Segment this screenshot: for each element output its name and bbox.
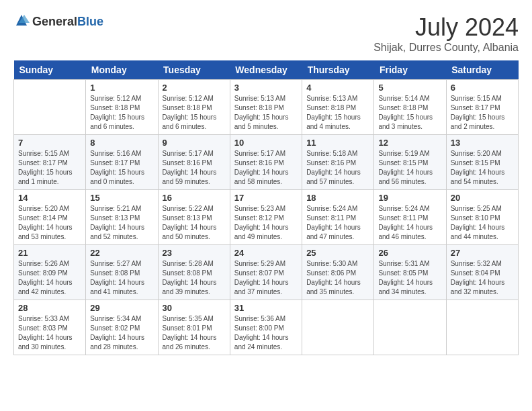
day-number: 28 (18, 303, 81, 313)
calendar-cell: 3Sunrise: 5:13 AM Sunset: 8:18 PM Daylig… (230, 80, 302, 135)
day-info: Sunrise: 5:13 AM Sunset: 8:18 PM Dayligh… (306, 94, 369, 132)
calendar-week-1: 1Sunrise: 5:12 AM Sunset: 8:18 PM Daylig… (14, 80, 519, 135)
day-info: Sunrise: 5:32 AM Sunset: 8:04 PM Dayligh… (451, 259, 514, 297)
day-info: Sunrise: 5:28 AM Sunset: 8:08 PM Dayligh… (163, 259, 226, 297)
calendar-cell: 28Sunrise: 5:33 AM Sunset: 8:03 PM Dayli… (14, 300, 86, 355)
day-number: 27 (451, 248, 514, 258)
column-header-monday: Monday (86, 60, 158, 80)
day-info: Sunrise: 5:20 AM Sunset: 8:15 PM Dayligh… (451, 149, 514, 187)
day-info: Sunrise: 5:13 AM Sunset: 8:18 PM Dayligh… (234, 94, 298, 132)
day-info: Sunrise: 5:29 AM Sunset: 8:07 PM Dayligh… (234, 259, 298, 297)
day-number: 19 (378, 193, 441, 203)
calendar-cell: 23Sunrise: 5:28 AM Sunset: 8:08 PM Dayli… (158, 245, 230, 300)
calendar-cell: 27Sunrise: 5:32 AM Sunset: 8:04 PM Dayli… (446, 245, 518, 300)
calendar-cell: 17Sunrise: 5:23 AM Sunset: 8:12 PM Dayli… (230, 190, 302, 245)
day-number: 6 (451, 83, 514, 93)
day-info: Sunrise: 5:14 AM Sunset: 8:18 PM Dayligh… (378, 94, 441, 132)
day-number: 14 (18, 193, 81, 203)
day-number: 26 (378, 248, 441, 258)
day-info: Sunrise: 5:15 AM Sunset: 8:17 PM Dayligh… (451, 94, 514, 132)
calendar-cell: 11Sunrise: 5:18 AM Sunset: 8:16 PM Dayli… (302, 135, 374, 190)
logo-text-general: General (32, 15, 77, 28)
calendar-cell: 8Sunrise: 5:16 AM Sunset: 8:17 PM Daylig… (86, 135, 158, 190)
day-number: 29 (90, 303, 153, 313)
day-number: 12 (378, 138, 441, 148)
calendar-cell: 9Sunrise: 5:17 AM Sunset: 8:16 PM Daylig… (158, 135, 230, 190)
subtitle: Shijak, Durres County, Albania (373, 42, 519, 54)
calendar-cell: 24Sunrise: 5:29 AM Sunset: 8:07 PM Dayli… (230, 245, 302, 300)
page-header: GeneralBlue July 2024 Shijak, Durres Cou… (13, 13, 519, 54)
day-number: 11 (306, 138, 369, 148)
day-number: 1 (90, 83, 153, 93)
day-number: 9 (163, 138, 226, 148)
calendar-cell: 19Sunrise: 5:24 AM Sunset: 8:11 PM Dayli… (374, 190, 446, 245)
calendar-cell: 13Sunrise: 5:20 AM Sunset: 8:15 PM Dayli… (446, 135, 518, 190)
calendar-week-5: 28Sunrise: 5:33 AM Sunset: 8:03 PM Dayli… (14, 300, 519, 355)
main-title: July 2024 (373, 13, 519, 42)
day-number: 23 (163, 248, 226, 258)
calendar-week-4: 21Sunrise: 5:26 AM Sunset: 8:09 PM Dayli… (14, 245, 519, 300)
column-header-wednesday: Wednesday (230, 60, 302, 80)
logo-icon (13, 13, 30, 30)
day-number: 31 (234, 303, 298, 313)
day-info: Sunrise: 5:12 AM Sunset: 8:18 PM Dayligh… (163, 94, 226, 132)
day-info: Sunrise: 5:26 AM Sunset: 8:09 PM Dayligh… (18, 259, 81, 297)
day-info: Sunrise: 5:22 AM Sunset: 8:13 PM Dayligh… (163, 204, 226, 242)
day-number: 21 (18, 248, 81, 258)
calendar-cell: 15Sunrise: 5:21 AM Sunset: 8:13 PM Dayli… (86, 190, 158, 245)
calendar-cell: 2Sunrise: 5:12 AM Sunset: 8:18 PM Daylig… (158, 80, 230, 135)
day-number: 18 (306, 193, 369, 203)
day-number: 30 (163, 303, 226, 313)
day-info: Sunrise: 5:17 AM Sunset: 8:16 PM Dayligh… (163, 149, 226, 187)
title-block: July 2024 Shijak, Durres County, Albania (373, 13, 519, 54)
day-number: 10 (234, 138, 298, 148)
calendar-cell: 7Sunrise: 5:15 AM Sunset: 8:17 PM Daylig… (14, 135, 86, 190)
calendar-header-row: SundayMondayTuesdayWednesdayThursdayFrid… (14, 60, 519, 80)
day-info: Sunrise: 5:18 AM Sunset: 8:16 PM Dayligh… (306, 149, 369, 187)
calendar-cell: 21Sunrise: 5:26 AM Sunset: 8:09 PM Dayli… (14, 245, 86, 300)
calendar-cell: 26Sunrise: 5:31 AM Sunset: 8:05 PM Dayli… (374, 245, 446, 300)
column-header-saturday: Saturday (446, 60, 518, 80)
calendar-week-3: 14Sunrise: 5:20 AM Sunset: 8:14 PM Dayli… (14, 190, 519, 245)
calendar-cell: 1Sunrise: 5:12 AM Sunset: 8:18 PM Daylig… (86, 80, 158, 135)
logo-text-blue: Blue (77, 15, 103, 28)
day-info: Sunrise: 5:33 AM Sunset: 8:03 PM Dayligh… (18, 314, 81, 352)
day-number: 15 (90, 193, 153, 203)
calendar-cell: 14Sunrise: 5:20 AM Sunset: 8:14 PM Dayli… (14, 190, 86, 245)
day-number: 3 (234, 83, 298, 93)
day-number: 25 (306, 248, 369, 258)
calendar-cell: 31Sunrise: 5:36 AM Sunset: 8:00 PM Dayli… (230, 300, 302, 355)
column-header-sunday: Sunday (14, 60, 86, 80)
calendar-cell: 29Sunrise: 5:34 AM Sunset: 8:02 PM Dayli… (86, 300, 158, 355)
column-header-thursday: Thursday (302, 60, 374, 80)
day-info: Sunrise: 5:36 AM Sunset: 8:00 PM Dayligh… (234, 314, 298, 352)
calendar-cell (446, 300, 518, 355)
day-info: Sunrise: 5:20 AM Sunset: 8:14 PM Dayligh… (18, 204, 81, 242)
day-info: Sunrise: 5:21 AM Sunset: 8:13 PM Dayligh… (90, 204, 153, 242)
calendar-cell (374, 300, 446, 355)
calendar-table: SundayMondayTuesdayWednesdayThursdayFrid… (13, 60, 519, 355)
calendar-cell: 6Sunrise: 5:15 AM Sunset: 8:17 PM Daylig… (446, 80, 518, 135)
calendar-cell: 18Sunrise: 5:24 AM Sunset: 8:11 PM Dayli… (302, 190, 374, 245)
day-number: 24 (234, 248, 298, 258)
column-header-tuesday: Tuesday (158, 60, 230, 80)
day-number: 13 (451, 138, 514, 148)
day-info: Sunrise: 5:23 AM Sunset: 8:12 PM Dayligh… (234, 204, 298, 242)
calendar-week-2: 7Sunrise: 5:15 AM Sunset: 8:17 PM Daylig… (14, 135, 519, 190)
day-number: 17 (234, 193, 298, 203)
day-number: 8 (90, 138, 153, 148)
day-info: Sunrise: 5:24 AM Sunset: 8:11 PM Dayligh… (378, 204, 441, 242)
day-number: 20 (451, 193, 514, 203)
day-info: Sunrise: 5:30 AM Sunset: 8:06 PM Dayligh… (306, 259, 369, 297)
day-info: Sunrise: 5:34 AM Sunset: 8:02 PM Dayligh… (90, 314, 153, 352)
calendar-cell (302, 300, 374, 355)
logo: GeneralBlue (13, 13, 103, 30)
day-number: 7 (18, 138, 81, 148)
calendar-cell: 20Sunrise: 5:25 AM Sunset: 8:10 PM Dayli… (446, 190, 518, 245)
day-info: Sunrise: 5:24 AM Sunset: 8:11 PM Dayligh… (306, 204, 369, 242)
day-number: 22 (90, 248, 153, 258)
column-header-friday: Friday (374, 60, 446, 80)
day-info: Sunrise: 5:16 AM Sunset: 8:17 PM Dayligh… (90, 149, 153, 187)
calendar-cell: 10Sunrise: 5:17 AM Sunset: 8:16 PM Dayli… (230, 135, 302, 190)
calendar-cell: 12Sunrise: 5:19 AM Sunset: 8:15 PM Dayli… (374, 135, 446, 190)
